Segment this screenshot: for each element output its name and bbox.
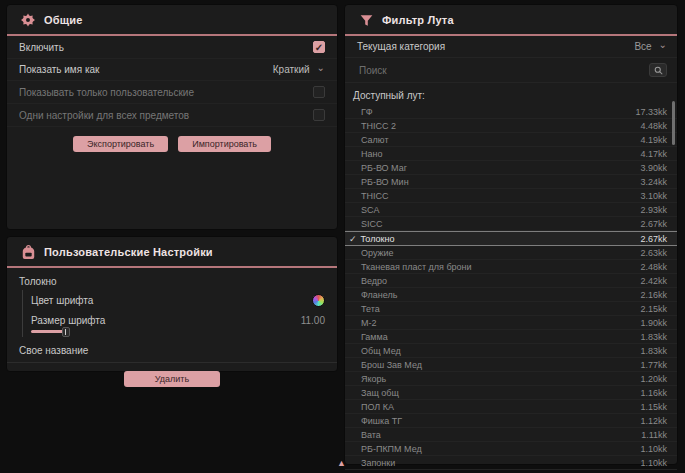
font-color-row: Цвет шрифта [23, 290, 337, 311]
list-item[interactable]: РБ-ВО Маг3.90kk [345, 161, 677, 175]
item-name: ПОЛ КА [361, 402, 394, 412]
available-loot-label: Доступный лут: [345, 83, 677, 105]
import-button[interactable]: Импортировать [178, 136, 271, 152]
list-item[interactable]: М-21.90kk [345, 316, 677, 330]
item-value: 3.90kk [640, 163, 667, 173]
check-icon: ✓ [349, 234, 357, 244]
enable-row: Включить ✓ [7, 36, 337, 59]
item-value: 2.93kk [640, 205, 667, 215]
item-name: THICC [361, 191, 389, 201]
item-value: 2.63kk [640, 248, 667, 258]
scrollbar-thumb[interactable] [672, 101, 675, 145]
item-value: 3.10kk [640, 191, 667, 201]
list-item[interactable]: Тета2.15kk [345, 302, 677, 316]
list-item[interactable]: Брош Зав Мед1.77kk [345, 358, 677, 372]
same-settings-row: Одни настройки для всех предметов [7, 104, 337, 127]
list-item[interactable]: Якорь1.20kk [345, 372, 677, 386]
font-size-slider[interactable] [31, 327, 325, 337]
category-row: Текущая категория Все ⌄ [345, 36, 677, 58]
item-name: Нано [361, 149, 382, 159]
item-value: 1.16kk [640, 388, 667, 398]
item-name: ✓Толокно [349, 234, 394, 244]
list-item[interactable]: Салют4.19kk [345, 133, 677, 147]
delete-button[interactable]: Удалить [124, 371, 220, 387]
category-select[interactable]: Все ⌄ [634, 41, 667, 52]
enable-label: Включить [19, 42, 64, 53]
general-panel-header: Общие [7, 5, 337, 36]
color-wheel-icon[interactable] [312, 294, 325, 307]
list-item[interactable]: ПОЛ КА1.15kk [345, 400, 677, 414]
item-value: 2.42kk [640, 276, 667, 286]
list-item[interactable]: Тканевая пласт для брони2.48kk [345, 260, 677, 274]
funnel-icon [359, 13, 373, 27]
item-value: 1.10kk [640, 444, 667, 454]
loot-filter-panel: Фильтр Лута Текущая категория Все ⌄ Дост… [344, 4, 678, 465]
filter-panel-header: Фильтр Лута [345, 5, 677, 36]
item-name: Тканевая пласт для брони [361, 262, 472, 272]
custom-settings-panel: Пользовательские Настройки Толокно Цвет … [6, 236, 338, 372]
list-item[interactable]: РБ-ВО Мин3.24kk [345, 175, 677, 189]
list-item[interactable]: THICC3.10kk [345, 189, 677, 203]
item-name: Защ общ [361, 388, 399, 398]
list-item[interactable]: Фланель2.16kk [345, 288, 677, 302]
export-button[interactable]: Экспортировать [73, 136, 168, 152]
item-name: SCA [361, 205, 380, 215]
font-size-value: 11.00 [301, 315, 325, 326]
item-name: Запонки [361, 458, 395, 468]
item-value: 1.83kk [640, 332, 667, 342]
item-value: 1.12kk [640, 416, 667, 426]
display-name-select[interactable]: Краткий ⌄ [273, 64, 325, 75]
general-panel: Общие Включить ✓ Показать имя как Кратки… [6, 4, 338, 230]
chevron-down-icon: ⌄ [659, 42, 667, 48]
slider-fill [31, 330, 65, 333]
list-item[interactable]: Оружие2.63kk [345, 246, 677, 260]
list-item[interactable]: Ведро2.42kk [345, 274, 677, 288]
item-value: 4.48kk [640, 121, 667, 131]
item-value: 17.33kk [635, 107, 667, 117]
display-name-label: Показать имя как [19, 64, 99, 75]
only-custom-label: Показывать только пользовательские [19, 87, 194, 98]
custom-name-row: Свое название [7, 339, 337, 363]
item-value: 1.77kk [640, 360, 667, 370]
list-item[interactable]: Запонки1.10kk [345, 456, 677, 470]
item-name: РБ-ВО Мин [361, 177, 409, 187]
item-value: 1.11kk [641, 430, 667, 440]
font-color-label: Цвет шрифта [31, 295, 93, 306]
list-item[interactable]: Гамма1.83kk [345, 330, 677, 344]
list-item[interactable]: Вата1.11kk [345, 428, 677, 442]
search-icon[interactable] [649, 63, 667, 77]
general-panel-title: Общие [44, 14, 83, 26]
item-name: Общ Мед [361, 346, 401, 356]
list-item[interactable]: SCA2.93kk [345, 203, 677, 217]
list-item[interactable]: ГФ17.33kk [345, 105, 677, 119]
loot-list: ГФ17.33kkTHICC 24.48kkСалют4.19kkНано4.1… [345, 105, 677, 473]
item-value: 1.83kk [640, 346, 667, 356]
search-input[interactable] [357, 64, 501, 77]
item-name: Якорь [361, 374, 386, 384]
list-item[interactable]: РБ-ПКПМ Мед1.10kk [345, 442, 677, 456]
item-value: 2.16kk [640, 290, 667, 300]
backpack-icon [21, 245, 35, 259]
custom-name-input[interactable] [181, 344, 325, 357]
list-item[interactable]: Нано4.17kk [345, 147, 677, 161]
list-item[interactable]: Общ Мед1.83kk [345, 344, 677, 358]
item-name: Фишка ТГ [361, 416, 402, 426]
item-name: РБ-ВО Маг [361, 163, 407, 173]
selected-item-label: Толокно [7, 268, 337, 290]
list-item[interactable]: SICC2.67kk [345, 217, 677, 231]
list-item[interactable]: ✓Толокно2.67kk [345, 231, 677, 246]
item-value: 2.67kk [640, 234, 667, 244]
same-settings-checkbox[interactable] [313, 109, 325, 121]
item-name: М-2 [361, 318, 377, 328]
list-item[interactable]: Фишка ТГ1.12kk [345, 414, 677, 428]
list-item[interactable]: Защ общ1.16kk [345, 386, 677, 400]
only-custom-checkbox[interactable] [313, 86, 325, 98]
item-name: Вата [361, 430, 381, 440]
enable-checkbox[interactable]: ✓ [313, 41, 325, 53]
item-settings-group: Цвет шрифта Размер шрифта 11.00 [22, 290, 337, 337]
item-name: SICC [361, 219, 383, 229]
list-item[interactable]: THICC 24.48kk [345, 119, 677, 133]
slider-thumb[interactable] [62, 327, 70, 337]
item-name: Салют [361, 135, 389, 145]
scroll-up-arrow[interactable]: ▲ [337, 458, 346, 468]
